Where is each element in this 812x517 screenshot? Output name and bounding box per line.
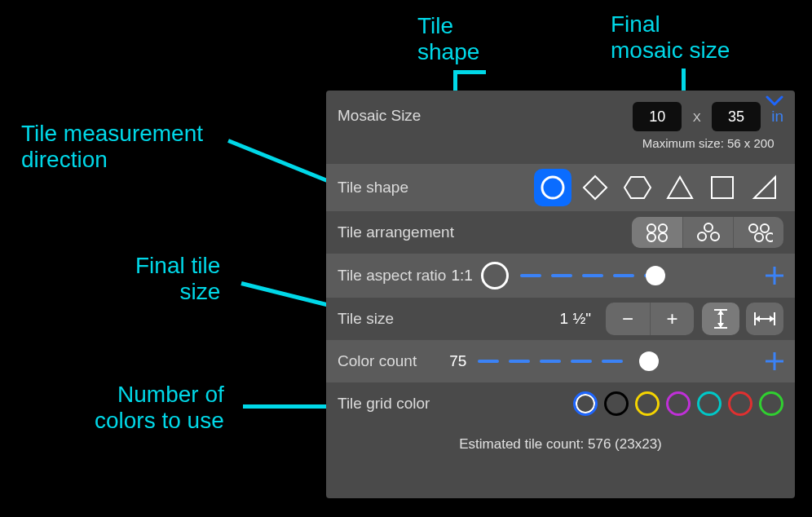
settings-panel: Mosaic Size 10 X 35 in Maximum size: 56 … bbox=[326, 91, 795, 498]
tile-shape-square[interactable] bbox=[704, 169, 741, 206]
tile-arrangement-offset[interactable] bbox=[733, 217, 783, 248]
svg-marker-5 bbox=[754, 177, 775, 198]
annotation-tile-measurement-direction: Tile measurement direction bbox=[21, 121, 203, 173]
tile-arrangement-honeycomb[interactable] bbox=[682, 217, 733, 248]
grid-color-swatch[interactable] bbox=[635, 391, 660, 416]
svg-point-12 bbox=[711, 232, 719, 241]
grid-color-swatches bbox=[573, 391, 783, 416]
tile-shape-right-triangle[interactable] bbox=[746, 169, 783, 206]
annotation-final-mosaic-size: Final mosaic size bbox=[611, 11, 730, 64]
svg-marker-2 bbox=[624, 177, 651, 198]
annotation-final-tile-size: Final tile size bbox=[135, 253, 220, 305]
mosaic-unit-button[interactable]: in bbox=[771, 108, 783, 125]
tile-size-value: 1 ½" bbox=[560, 310, 591, 328]
tile-size-row: Tile size 1 ½" − + bbox=[326, 298, 795, 340]
svg-point-7 bbox=[659, 224, 667, 232]
tile-shape-row: Tile shape bbox=[326, 164, 795, 211]
svg-point-16 bbox=[766, 233, 773, 241]
svg-point-8 bbox=[647, 233, 655, 241]
tile-aspect-ratio-label: Tile aspect ratio bbox=[338, 267, 446, 285]
svg-point-14 bbox=[761, 224, 769, 232]
tile-grid-color-row: Tile grid color bbox=[326, 382, 795, 425]
svg-rect-4 bbox=[712, 177, 733, 198]
svg-point-9 bbox=[659, 233, 667, 241]
tile-arrangement-row: Tile arrangement bbox=[326, 211, 795, 254]
color-count-label: Color count bbox=[338, 352, 417, 370]
tile-shape-label: Tile shape bbox=[338, 179, 408, 197]
tile-size-decrement[interactable]: − bbox=[606, 303, 650, 335]
tile-measure-vertical[interactable] bbox=[702, 303, 739, 335]
mosaic-width-input[interactable]: 10 bbox=[633, 102, 682, 131]
tile-size-stepper: − + bbox=[606, 303, 694, 335]
tile-size-increment[interactable]: + bbox=[650, 303, 694, 335]
svg-point-13 bbox=[749, 224, 757, 232]
mosaic-size-label: Mosaic Size bbox=[338, 107, 421, 125]
aspect-preview-icon bbox=[481, 262, 509, 289]
tile-shape-hexagon[interactable] bbox=[619, 169, 656, 206]
tile-shape-diamond[interactable] bbox=[576, 169, 614, 206]
aspect-plus-icon[interactable] bbox=[766, 267, 783, 285]
svg-point-0 bbox=[542, 177, 563, 198]
mosaic-max-size-text: Maximum size: 56 x 200 bbox=[633, 136, 783, 150]
annotation-number-of-colors: Number of colors to use bbox=[95, 382, 224, 434]
annotation-line bbox=[243, 404, 329, 409]
color-count-plus-icon[interactable] bbox=[766, 352, 783, 370]
svg-point-6 bbox=[647, 224, 655, 232]
tile-measure-direction-group bbox=[702, 303, 783, 335]
mosaic-height-input[interactable]: 35 bbox=[712, 102, 761, 131]
tile-grid-color-label: Tile grid color bbox=[338, 395, 430, 413]
aspect-ratio-slider[interactable] bbox=[520, 274, 754, 277]
tile-shape-triangle[interactable] bbox=[661, 169, 699, 206]
svg-point-15 bbox=[755, 233, 763, 241]
grid-color-swatch[interactable] bbox=[697, 391, 722, 416]
grid-color-swatch[interactable] bbox=[759, 391, 783, 416]
svg-marker-3 bbox=[668, 177, 692, 198]
mosaic-size-row: Mosaic Size 10 X 35 in Maximum size: 56 … bbox=[326, 91, 795, 164]
estimated-tile-count: Estimated tile count: 576 (23x23) bbox=[326, 425, 795, 453]
color-count-row: Color count 75 bbox=[326, 340, 795, 382]
color-count-slider[interactable] bbox=[478, 360, 754, 363]
tile-arrangement-label: Tile arrangement bbox=[338, 223, 454, 241]
tile-size-label: Tile size bbox=[338, 310, 394, 328]
grid-color-swatch[interactable] bbox=[666, 391, 691, 416]
tile-measure-horizontal[interactable] bbox=[746, 303, 783, 335]
svg-point-10 bbox=[704, 223, 713, 232]
tile-aspect-ratio-value: 1:1 bbox=[451, 267, 472, 285]
tile-shape-group bbox=[534, 169, 783, 206]
tile-arrangement-grid[interactable] bbox=[632, 217, 682, 248]
annotation-tile-shape: Tile shape bbox=[417, 13, 479, 65]
dimension-separator: X bbox=[686, 110, 708, 124]
svg-point-11 bbox=[698, 232, 706, 241]
svg-marker-1 bbox=[584, 176, 607, 199]
color-count-value: 75 bbox=[449, 352, 466, 370]
tile-arrangement-group bbox=[632, 217, 783, 248]
grid-color-swatch[interactable] bbox=[728, 391, 752, 416]
annotation-line bbox=[453, 70, 486, 74]
tile-shape-circle[interactable] bbox=[534, 169, 571, 206]
grid-color-swatch[interactable] bbox=[573, 391, 598, 416]
grid-color-swatch[interactable] bbox=[604, 391, 629, 416]
tile-aspect-ratio-row: Tile aspect ratio 1:1 bbox=[326, 254, 795, 298]
